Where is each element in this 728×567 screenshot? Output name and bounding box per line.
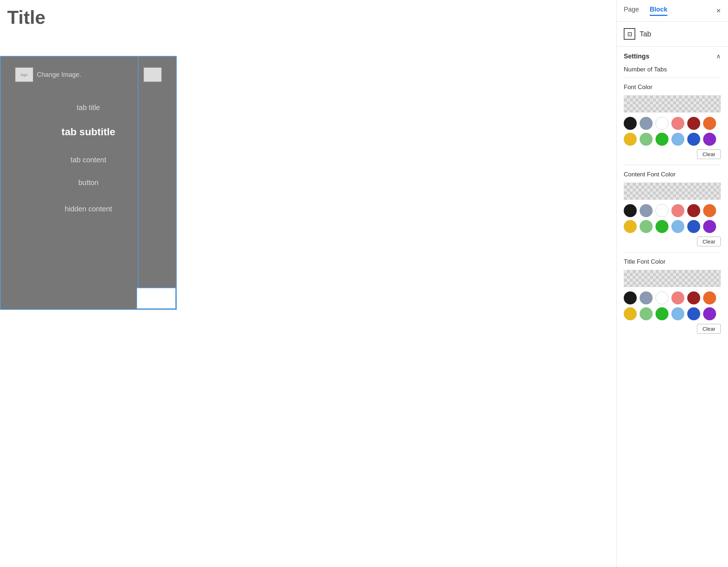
settings-section: Settings ∧ Number of Tabs Font Color Cle… xyxy=(617,47,728,345)
tab-block[interactable]: Block xyxy=(650,6,667,16)
tab-button-text[interactable]: button xyxy=(78,179,98,187)
color-swatch-black[interactable] xyxy=(624,291,637,304)
logo-icon: logo xyxy=(21,73,28,77)
font-color-clear-button[interactable]: Clear xyxy=(697,149,721,159)
block-type-icon: ⊡ xyxy=(624,28,635,40)
content-font-color-section: Content Font Color Clear xyxy=(624,171,721,246)
color-swatch-blue[interactable] xyxy=(687,133,700,146)
color-swatch-light-blue[interactable] xyxy=(671,133,684,146)
logo-placeholder-left: logo xyxy=(15,67,33,82)
settings-title: Settings xyxy=(624,53,649,60)
sidebar: Page Block × ⊡ Tab Settings ∧ Number of … xyxy=(616,0,728,567)
color-swatch-purple[interactable] xyxy=(703,220,716,233)
color-swatch-blue[interactable] xyxy=(687,307,700,320)
title-font-color-swatches xyxy=(624,291,721,320)
tab-preview-bottom-box xyxy=(136,287,176,309)
color-swatch-light-red[interactable] xyxy=(671,291,684,304)
title-font-color-section: Title Font Color Clear xyxy=(624,258,721,334)
color-swatch-light-blue[interactable] xyxy=(671,307,684,320)
color-swatch-black[interactable] xyxy=(624,204,637,217)
color-swatch-light-green[interactable] xyxy=(640,133,653,146)
color-swatch-green[interactable] xyxy=(655,133,668,146)
tab-hidden-content-text[interactable]: hidden content xyxy=(65,205,112,213)
color-swatch-white[interactable] xyxy=(655,117,668,130)
color-swatch-orange[interactable] xyxy=(703,204,716,217)
color-swatch-white[interactable] xyxy=(655,204,668,217)
number-of-tabs-label: Number of Tabs xyxy=(624,66,721,73)
content-font-color-preview[interactable] xyxy=(624,183,721,200)
color-swatch-black[interactable] xyxy=(624,117,637,130)
color-swatch-dark-red[interactable] xyxy=(687,204,700,217)
color-swatch-yellow[interactable] xyxy=(624,220,637,233)
page-title: Title xyxy=(7,7,609,28)
tab-content-text[interactable]: tab content xyxy=(71,156,106,164)
content-font-color-swatches xyxy=(624,204,721,233)
color-swatch-light-green[interactable] xyxy=(640,307,653,320)
tab-title-text[interactable]: tab title xyxy=(77,104,100,112)
content-font-color-label: Content Font Color xyxy=(624,171,721,178)
change-image-text[interactable]: Change Image. xyxy=(37,71,81,79)
tab-preview-inner: logo Change Image. tab title tab subtitl… xyxy=(1,57,176,309)
divider-3 xyxy=(624,252,721,252)
color-swatch-dark-red[interactable] xyxy=(687,291,700,304)
color-swatch-light-red[interactable] xyxy=(671,117,684,130)
settings-header: Settings ∧ xyxy=(624,52,721,60)
color-swatch-light-green[interactable] xyxy=(640,220,653,233)
sidebar-tabs: Page Block × xyxy=(617,0,728,22)
content-font-color-clear-button[interactable]: Clear xyxy=(697,237,721,246)
tab-subtitle-text[interactable]: tab subtitle xyxy=(61,126,115,138)
font-color-section: Font Color Clear xyxy=(624,84,721,159)
color-swatch-dark-red[interactable] xyxy=(687,117,700,130)
sidebar-tab-group: Page Block xyxy=(624,6,667,16)
color-swatch-gray[interactable] xyxy=(640,204,653,217)
tab-page[interactable]: Page xyxy=(624,6,639,16)
font-color-label: Font Color xyxy=(624,84,721,91)
tab-preview-area[interactable]: logo Change Image. tab title tab subtitl… xyxy=(0,56,177,310)
color-swatch-green[interactable] xyxy=(655,220,668,233)
font-color-preview[interactable] xyxy=(624,95,721,113)
chevron-up-icon[interactable]: ∧ xyxy=(716,52,721,60)
font-color-swatches xyxy=(624,117,721,146)
color-swatch-light-blue[interactable] xyxy=(671,220,684,233)
color-swatch-green[interactable] xyxy=(655,307,668,320)
title-font-color-clear-button[interactable]: Clear xyxy=(697,324,721,334)
color-swatch-purple[interactable] xyxy=(703,133,716,146)
color-swatch-light-red[interactable] xyxy=(671,204,684,217)
block-type-label: Tab xyxy=(640,30,651,38)
color-swatch-yellow[interactable] xyxy=(624,133,637,146)
logo-placeholder-right xyxy=(144,67,162,82)
color-swatch-orange[interactable] xyxy=(703,291,716,304)
tab-divider-vertical xyxy=(138,57,139,309)
color-swatch-purple[interactable] xyxy=(703,307,716,320)
block-type-header: ⊡ Tab xyxy=(617,22,728,47)
title-font-color-preview[interactable] xyxy=(624,270,721,287)
close-button[interactable]: × xyxy=(716,6,721,16)
tab-preview-header: logo Change Image. xyxy=(15,67,162,82)
divider-2 xyxy=(624,165,721,165)
color-swatch-yellow[interactable] xyxy=(624,307,637,320)
color-swatch-gray[interactable] xyxy=(640,291,653,304)
divider-1 xyxy=(624,78,721,78)
main-canvas: Title logo Change Image. tab title tab s… xyxy=(0,0,616,567)
color-swatch-white[interactable] xyxy=(655,291,668,304)
color-swatch-blue[interactable] xyxy=(687,220,700,233)
color-swatch-gray[interactable] xyxy=(640,117,653,130)
color-swatch-orange[interactable] xyxy=(703,117,716,130)
title-font-color-label: Title Font Color xyxy=(624,258,721,265)
